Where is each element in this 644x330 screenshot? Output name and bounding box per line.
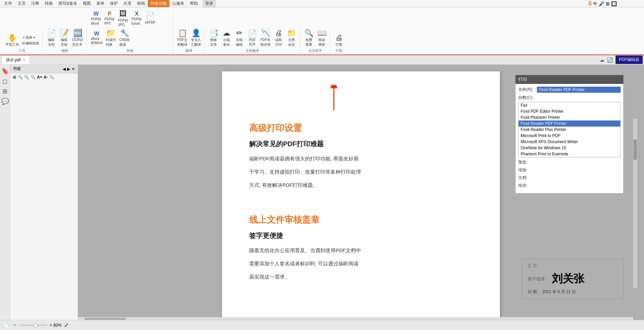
menu-item-sign[interactable]: 填写&签名 <box>56 0 80 7</box>
zoom-thumb[interactable] <box>34 323 38 327</box>
menu-item-comment[interactable]: 注释 <box>28 0 42 7</box>
signature-box: 乙 方: 签字/盖章： 刘关张 日 期： 2021 年 6 月 21 日 <box>522 259 624 299</box>
section1: 高级打印设置 解决常见的PDF打印难题 福昕PDF阅读器拥有强大的打印功能, 界… <box>249 122 473 190</box>
ribbon-btn-hand[interactable]: ✋ 手型工具 <box>4 33 20 48</box>
print-preview-row: 预览: <box>518 159 621 165</box>
ribbon-btn-doc-meeting[interactable]: 📁 文档会议 <box>285 28 298 48</box>
sidebar-tool-5[interactable]: A+ <box>37 75 42 80</box>
pro-translate-icon: 👤 <box>192 29 201 38</box>
section2-subheading: 签字更便捷 <box>249 231 473 240</box>
menu-item-home[interactable]: 主页 <box>15 0 28 7</box>
fullscreen-icon[interactable]: ⤢ <box>64 322 68 328</box>
sync-icon[interactable]: 🔄 <box>607 57 613 63</box>
print-list-foxit-editor[interactable]: Foxit PDF Editor Printer <box>519 108 620 114</box>
print-doc-row: 文档: <box>518 175 621 181</box>
sidebar-nav-forward[interactable]: ▶ <box>67 67 70 71</box>
print-list-ms-pdf[interactable]: Microsoft Print to PDF <box>519 133 620 139</box>
menu-item-file[interactable]: 文件 <box>1 0 15 7</box>
ribbon-btn-pro-translate[interactable]: 👤 专业人工翻译 <box>189 28 202 48</box>
print-list-foxit-phantom[interactable]: Foxit Phantom Printer <box>519 114 620 120</box>
print-group-label: 打窝 <box>336 48 342 53</box>
menu-item-review[interactable]: 审阅 <box>134 0 148 7</box>
ribbon-group-convert: W PDF转Word P PDF转PPT 🖼 PDF转JPG X PDF转Exc… <box>87 9 173 53</box>
tab-close-icon[interactable]: ✕ <box>23 58 25 62</box>
print-list-onenote[interactable]: OneNote for Windows 10 <box>519 145 620 151</box>
menu-item-cloud[interactable]: 云服务 <box>169 0 187 7</box>
ribbon-btn-edit-page[interactable]: 📝 编辑页面 <box>58 28 70 48</box>
online-edit-label: 在线编辑 <box>236 38 243 47</box>
zoom-minus-btn[interactable]: － <box>12 322 17 329</box>
ribbon-btn-word-word[interactable]: W Word转Word <box>89 30 104 46</box>
zoom-plus-label: + 80% <box>50 323 61 328</box>
ribbon-btn-template[interactable]: 📑 模板文库 <box>207 28 220 48</box>
sidebar-nav-back[interactable]: ◀ <box>63 67 66 71</box>
ribbon-btn-remote-print[interactable]: 🖨 远程打印 <box>273 28 285 48</box>
print-zoom-row: 缩放: <box>518 167 621 173</box>
section2-body1: 随着无纸化办公应用普及。当遇到使用PDF文档中 <box>249 246 473 255</box>
menu-item-special[interactable]: 特色功能 <box>148 0 169 7</box>
sidebar-icon-comment[interactable]: 💬 <box>1 98 9 105</box>
doc-meeting-icon: 📁 <box>287 29 296 38</box>
ribbon-btn-pdf-jpg[interactable]: 🖼 PDF转JPG <box>117 9 129 27</box>
sidebar-icon-bookmark[interactable]: 🔖 <box>1 67 9 75</box>
sidebar-close-btn[interactable]: ✕ <box>72 67 75 71</box>
print-list-ms-xps[interactable]: Microsoft XPS Document Writer <box>519 139 620 145</box>
print-list-foxit-reader[interactable]: Foxit Reader PDF Printer <box>519 120 620 127</box>
print-list-fax[interactable]: Fax <box>519 102 620 108</box>
pdf-ppt-icon: P <box>108 11 112 17</box>
sidebar-icon-layers[interactable]: ◻ <box>2 78 7 85</box>
print-paper-row: 纸张: <box>518 183 621 189</box>
pdf-jpg-icon: 🖼 <box>119 9 127 18</box>
menu-item-convert[interactable]: 转换 <box>42 0 56 7</box>
mic-icon[interactable]: 🎤 <box>599 1 604 6</box>
print-printer-list[interactable]: Fax Foxit PDF Editor Printer Foxit Phant… <box>518 102 621 157</box>
ribbon-btn-read-survey[interactable]: 📖 阅读调查 <box>316 28 328 48</box>
ribbon-btn-pdf-excel[interactable]: X PDF转Excel <box>130 10 143 26</box>
sidebar-tool-6[interactable]: A- <box>44 75 48 80</box>
print-list-phantom-evernote[interactable]: Phantom Print to Evernote <box>519 151 620 157</box>
scrollbar-vertical[interactable] <box>633 119 637 288</box>
cloud-backup-label: 云端备份 <box>223 38 230 47</box>
menu-item-help[interactable]: 帮助 <box>187 0 201 7</box>
ribbon-btn-ocr[interactable]: 🔤 OCR识别文本 <box>71 28 84 48</box>
grid-icon[interactable]: ⊞ <box>606 1 610 6</box>
login-button[interactable]: 登录 <box>203 0 216 7</box>
tab-pdf[interactable]: 演示.pdf ✕ <box>1 56 30 64</box>
menu-item-protect[interactable]: 保护 <box>107 0 121 7</box>
word-word-icon: W <box>94 31 99 37</box>
ribbon-btn-edit-zoom[interactable]: ⊟ 编辑缩放 <box>21 41 40 46</box>
ribbon-btn-to-pdf[interactable]: 📄 转PDF <box>144 11 157 26</box>
ribbon-btn-select[interactable]: ↗ 选择 ▾ <box>21 35 40 40</box>
ribbon-btn-pdf-word[interactable]: W PDF转Word <box>89 10 102 26</box>
sidebar-tool-4[interactable]: 🔍 <box>31 75 36 80</box>
menu-item-view[interactable]: 视图 <box>80 0 94 7</box>
sidebar-tool-1[interactable]: ⊞ <box>13 75 16 80</box>
ribbon-btn-pdf-translate[interactable]: 📋 PDF文档翻译 <box>176 28 189 48</box>
ribbon-group-edit: 📄 编辑文档 📝 编辑页面 🔤 OCR识别文本 编辑 <box>43 28 87 53</box>
sidebar-tool-3[interactable]: 🔍 <box>24 75 29 80</box>
menu-item-share[interactable]: 共享 <box>121 0 134 7</box>
print-name-highlight[interactable]: Foxit Reader PDF Printer <box>537 87 621 93</box>
zoom-slider[interactable] <box>20 325 47 326</box>
ribbon-btn-scan[interactable]: 📁 扫描件转换 <box>104 28 117 48</box>
ribbon-btn-cad[interactable]: 🔧 CAD转换器 <box>118 28 131 48</box>
ribbon-btn-print[interactable]: 🖨 打窝 <box>333 33 345 48</box>
sidebar-icon-thumbs[interactable]: ⊞ <box>2 88 7 95</box>
pdf-editor-button[interactable]: PDF编辑器 <box>616 56 643 64</box>
ribbon-btn-online-edit[interactable]: ✏ 在线编辑 <box>233 28 245 48</box>
menu-item-form[interactable]: 表单 <box>94 0 107 7</box>
ribbon-btn-free-check[interactable]: 🔍 免费查重 <box>303 28 315 48</box>
screen-icon[interactable]: 🔲 <box>611 1 617 6</box>
sidebar-tool-2[interactable]: 🔍 <box>18 75 23 80</box>
ribbon-btn-pdf-merge[interactable]: 📄 PDF合并 <box>246 29 258 47</box>
cloud-icon[interactable]: ☁ <box>600 57 604 63</box>
ribbon-btn-cloud-backup[interactable]: ☁ 云端备份 <box>220 28 233 48</box>
scrollbar-thumb[interactable] <box>633 139 637 160</box>
print-preview-label: 预览: <box>518 159 537 165</box>
ribbon-btn-compress[interactable]: 📉 PDF在线压缩 <box>259 28 272 48</box>
ribbon-btn-edit-doc[interactable]: 📄 编辑文档 <box>45 28 57 48</box>
ribbon-btn-pdf-ppt[interactable]: P PDF转PPT <box>103 10 116 26</box>
sidebar-tool-7[interactable]: 🔍 <box>49 75 54 80</box>
print-list-foxit-plus[interactable]: Foxit Reader Plus Printer <box>519 127 620 133</box>
logo-area: S 中 🎤 ⊞ 🔲 <box>588 0 617 7</box>
